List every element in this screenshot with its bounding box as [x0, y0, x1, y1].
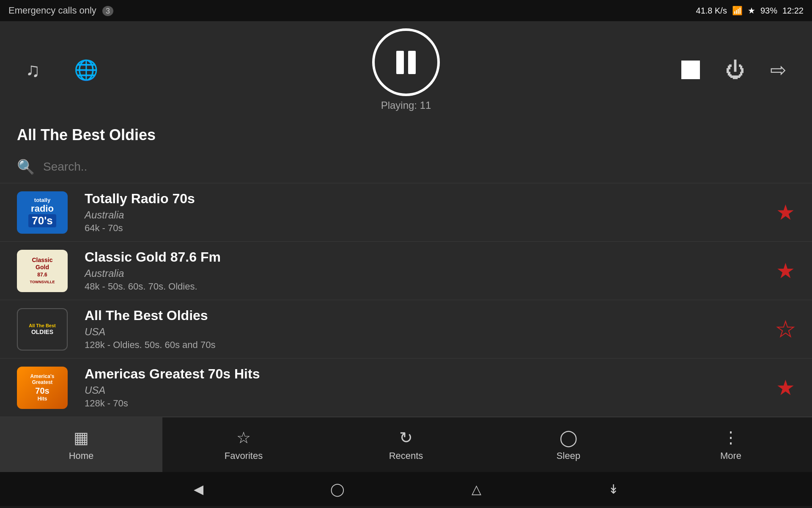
station-country: Australia — [85, 268, 776, 279]
back-button[interactable]: ◀ — [194, 482, 203, 497]
notification-badge: 3 — [102, 6, 113, 16]
nav-more[interactable]: ⋮ More — [650, 417, 812, 472]
playing-label: Playing: 11 — [381, 99, 431, 111]
nav-sleep-label: Sleep — [557, 450, 580, 461]
player-right-icons: ⏻ ⇨ — [681, 58, 787, 81]
nav-more-label: More — [720, 450, 741, 461]
nav-favorites[interactable]: ☆ Favorites — [162, 417, 325, 472]
favorites-icon: ☆ — [236, 428, 251, 447]
current-station-title: All The Best Oldies — [0, 119, 812, 144]
pause-bar-left — [396, 51, 404, 74]
logo-text: 70's — [28, 214, 56, 227]
station-name: Totally Radio 70s — [85, 191, 776, 207]
station-country: USA — [85, 326, 776, 338]
station-info: Americas Greatest 70s Hits USA 128k - 70… — [85, 366, 776, 409]
pause-inner — [396, 51, 416, 74]
station-logo-americas: America'sGreatest70sHits — [17, 367, 68, 409]
station-meta: 128k - Oldies. 50s. 60s and 70s — [85, 340, 776, 351]
sleep-icon: ◯ — [560, 428, 578, 447]
station-meta: 64k - 70s — [85, 223, 776, 234]
player-left-icons: ♫ 🌐 — [25, 58, 98, 81]
station-meta: 128k - 70s — [85, 398, 776, 409]
bluetooth-icon: 📶 — [732, 6, 743, 16]
pause-button[interactable] — [372, 28, 440, 96]
nav-favorites-label: Favorites — [225, 450, 263, 461]
logo-text: ClassicGold87.6TOWNSVILLE — [30, 257, 55, 285]
clock: 12:22 — [782, 6, 804, 16]
favorite-button[interactable]: ★ — [776, 259, 795, 283]
status-bar-right: 41.8 K/s 📶 ★ 93% 12:22 — [696, 6, 804, 16]
more-icon: ⋮ — [723, 428, 739, 447]
status-bar: Emergency calls only 3 41.8 K/s 📶 ★ 93% … — [0, 0, 812, 21]
home-button[interactable]: ◯ — [330, 482, 345, 497]
globe-icon[interactable]: 🌐 — [74, 58, 98, 81]
battery-text: 93% — [760, 6, 777, 16]
station-country: Australia — [85, 209, 776, 221]
player-controls: ♫ 🌐 Playing: 11 ⏻ ⇨ — [0, 28, 812, 111]
nav-sleep[interactable]: ◯ Sleep — [487, 417, 650, 472]
emergency-text: Emergency calls only — [8, 5, 96, 16]
station-country: USA — [85, 384, 776, 396]
power-icon[interactable]: ⏻ — [725, 58, 745, 81]
home-icon: ▦ — [74, 428, 89, 447]
stop-button[interactable] — [681, 61, 700, 79]
recents-button[interactable]: △ — [472, 482, 481, 497]
station-item[interactable]: America'sGreatest70sHits Americas Greate… — [0, 359, 812, 417]
station-logo-oldies: All The BestOLDIES — [17, 308, 68, 351]
station-meta: 48k - 50s. 60s. 70s. Oldies. — [85, 281, 776, 292]
station-name: Americas Greatest 70s Hits — [85, 366, 776, 382]
station-item[interactable]: totally radio 70's Totally Radio 70s Aus… — [0, 183, 812, 242]
station-info: Classic Gold 87.6 Fm Australia 48k - 50s… — [85, 249, 776, 292]
nav-home[interactable]: ▦ Home — [0, 417, 162, 472]
station-list: totally radio 70's Totally Radio 70s Aus… — [0, 183, 812, 417]
nav-recents-label: Recents — [389, 450, 423, 461]
player-area: ♫ 🌐 Playing: 11 ⏻ ⇨ — [0, 21, 812, 119]
music-icon[interactable]: ♫ — [25, 58, 40, 81]
pause-bar-right — [408, 51, 416, 74]
download-icon[interactable]: ↡ — [608, 482, 619, 497]
logo-text: America'sGreatest70sHits — [30, 373, 55, 402]
nav-home-label: Home — [69, 450, 94, 461]
logo-text: All The BestOLDIES — [29, 323, 56, 336]
search-input[interactable] — [43, 160, 795, 174]
station-logo-totally: totally radio 70's — [17, 191, 68, 234]
share-icon[interactable]: ⇨ — [770, 58, 787, 81]
favorite-button[interactable]: ★ — [776, 200, 795, 225]
favorite-button[interactable]: ★ — [776, 375, 795, 400]
logo-text: radio — [31, 203, 54, 214]
station-info: All The Best Oldies USA 128k - Oldies. 5… — [85, 308, 776, 351]
station-info: Totally Radio 70s Australia 64k - 70s — [85, 191, 776, 234]
nav-recents[interactable]: ↻ Recents — [325, 417, 487, 472]
station-item[interactable]: ClassicGold87.6TOWNSVILLE Classic Gold 8… — [0, 242, 812, 300]
search-icon: 🔍 — [17, 158, 35, 175]
station-logo-classic: ClassicGold87.6TOWNSVILLE — [17, 250, 68, 292]
recents-icon: ↻ — [399, 428, 413, 447]
data-speed: 41.8 K/s — [696, 6, 727, 16]
station-name: All The Best Oldies — [85, 308, 776, 323]
logo-text: totally — [34, 197, 50, 203]
search-bar: 🔍 — [0, 151, 812, 183]
wifi-icon: ★ — [748, 6, 755, 16]
station-name: Classic Gold 87.6 Fm — [85, 249, 776, 265]
station-item[interactable]: All The BestOLDIES All The Best Oldies U… — [0, 300, 812, 359]
system-nav: ◀ ◯ △ ↡ — [0, 472, 812, 506]
status-bar-left: Emergency calls only 3 — [8, 5, 113, 16]
bottom-nav: ▦ Home ☆ Favorites ↻ Recents ◯ Sleep ⋮ M… — [0, 417, 812, 472]
favorite-button[interactable]: ★ — [776, 317, 795, 342]
